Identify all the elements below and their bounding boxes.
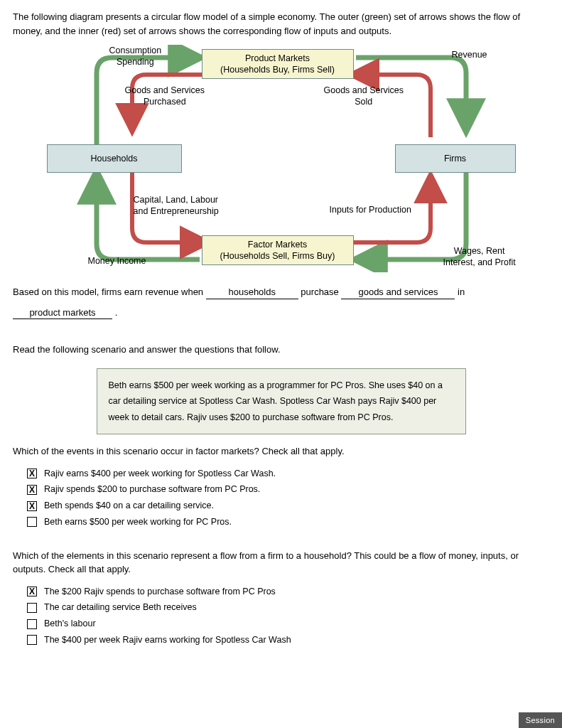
q2-option-3[interactable]: The $400 per week Rajiv earns working fo… <box>27 633 549 647</box>
label-inputs-for-production: Inputs for Production <box>330 204 411 215</box>
q2-option-2[interactable]: Beth's labour <box>27 617 549 631</box>
blank-1[interactable]: households <box>206 287 298 299</box>
checkbox-icon[interactable] <box>27 603 37 613</box>
node-firms: Firms <box>395 144 516 173</box>
q1-option-2-label: Beth spends $40 on a car detailing servi… <box>44 499 214 513</box>
q1-options: X Rajiv earns $400 per week working for … <box>27 467 549 529</box>
scenario-box: Beth earns $500 per week working as a pr… <box>97 368 466 435</box>
checkbox-icon[interactable] <box>27 619 37 629</box>
fill-tail: . <box>115 307 118 318</box>
label-goods-purchased: Goods and Services Purchased <box>125 85 205 108</box>
checkbox-icon[interactable]: X <box>27 469 37 478</box>
node-product-markets-sub: (Households Buy, Firms Sell) <box>220 64 335 75</box>
q2-prompt: Which of the elements in this scenario r… <box>13 549 549 577</box>
q1-option-3-label: Beth earns $500 per week working for PC … <box>44 515 232 529</box>
label-money-income: Money Income <box>88 255 146 267</box>
q2-option-2-label: Beth's labour <box>44 617 96 631</box>
checkbox-icon[interactable]: X <box>27 485 37 495</box>
q1-option-1-label: Rajiv spends $200 to purchase software f… <box>44 483 260 496</box>
q2-option-3-label: The $400 per week Rajiv earns working fo… <box>44 633 291 647</box>
node-factor-markets-sub: (Households Sell, Firms Buy) <box>220 250 335 262</box>
circular-flow-diagram: Product Markets (Households Buy, Firms S… <box>18 45 544 272</box>
fill-mid2: in <box>458 287 465 297</box>
checkbox-icon[interactable] <box>27 517 37 527</box>
q2-option-0-label: The $200 Rajiv spends to purchase softwa… <box>44 585 276 599</box>
blank-2[interactable]: goods and services <box>341 287 455 299</box>
fill-in-sentence: Based on this model, firms earn revenue … <box>13 282 549 323</box>
q1-prompt: Which of the events in this scenario occ… <box>13 444 549 459</box>
q1-option-2[interactable]: X Beth spends $40 on a car detailing ser… <box>27 499 549 513</box>
checkbox-icon[interactable]: X <box>27 587 37 596</box>
node-product-markets-title: Product Markets <box>220 53 335 64</box>
fill-lead: Based on this model, firms earn revenue … <box>13 287 203 297</box>
node-households: Households <box>47 144 182 173</box>
checkbox-icon[interactable] <box>27 635 37 645</box>
q1-option-0-label: Rajiv earns $400 per week working for Sp… <box>44 467 276 481</box>
label-consumption-spending: Consumption Spending <box>109 45 162 68</box>
q2-option-0[interactable]: X The $200 Rajiv spends to purchase soft… <box>27 585 549 599</box>
fill-mid1: purchase <box>301 287 338 297</box>
node-factor-markets: Factor Markets (Households Sell, Firms B… <box>202 235 354 265</box>
scenario-lead: Read the following scenario and answer t… <box>13 343 549 357</box>
node-product-markets: Product Markets (Households Buy, Firms S… <box>202 49 354 79</box>
q1-option-3[interactable]: Beth earns $500 per week working for PC … <box>27 515 549 529</box>
node-factor-markets-title: Factor Markets <box>220 239 335 250</box>
checkbox-icon[interactable]: X <box>27 501 37 511</box>
blank-3[interactable]: product markets <box>13 307 112 320</box>
label-goods-sold: Goods and Services Sold <box>324 85 404 108</box>
q1-option-0[interactable]: X Rajiv earns $400 per week working for … <box>27 467 549 481</box>
label-revenue: Revenue <box>452 49 487 60</box>
label-capital-etc: Capital, Land, Labour and Entrepreneursh… <box>134 194 219 218</box>
q2-option-1[interactable]: The car detailing service Beth receives <box>27 601 549 614</box>
q2-options: X The $200 Rajiv spends to purchase soft… <box>27 585 549 647</box>
q1-option-1[interactable]: X Rajiv spends $200 to purchase software… <box>27 483 549 496</box>
q2-option-1-label: The car detailing service Beth receives <box>44 601 197 614</box>
intro-text: The following diagram presents a circula… <box>13 10 549 38</box>
label-wages-etc: Wages, Rent Interest, and Profit <box>443 245 516 269</box>
